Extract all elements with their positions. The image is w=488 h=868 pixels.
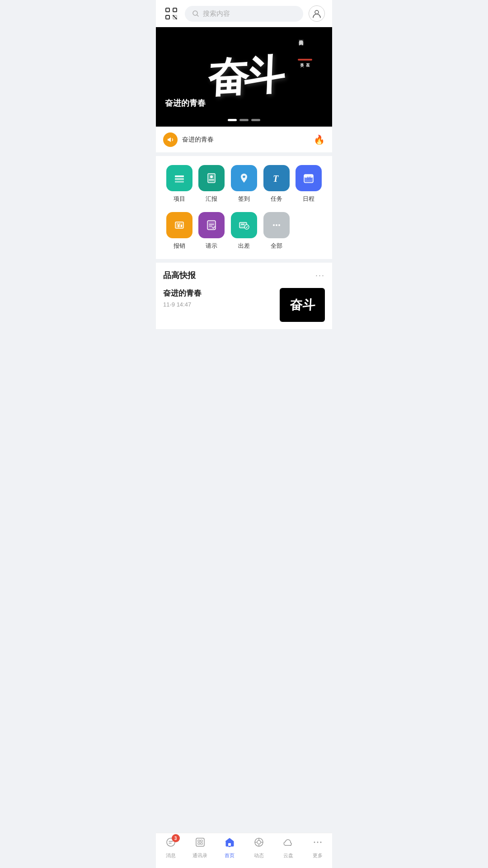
app-label-baoxiao: 报销 (174, 242, 185, 250)
nav-label-cloud: 云盘 (283, 852, 293, 859)
svg-rect-36 (228, 843, 231, 846)
svg-point-39 (257, 840, 261, 844)
announcement-bar[interactable]: 奋进的青春 🔥 (156, 127, 332, 152)
app-label-richeng: 日程 (303, 195, 314, 203)
news-thumbnail: 奋斗 (280, 288, 325, 322)
app-item-xiangmu[interactable]: 项目 (163, 165, 196, 203)
dynamic-icon (253, 837, 264, 850)
bottom-nav: 3 消息 通讯录 首页 (156, 833, 332, 868)
dot-1 (228, 119, 237, 121)
news-item-content: 奋进的青春 11-9 14:47 (163, 288, 274, 308)
app-icon-richeng: 15 (296, 165, 322, 191)
dot-2 (239, 119, 249, 121)
svg-line-3 (173, 15, 177, 19)
svg-point-44 (314, 842, 315, 843)
app-icon-huibao (198, 165, 225, 191)
header: 搜索内容 (156, 0, 332, 27)
svg-text:T: T (273, 174, 279, 184)
news-item[interactable]: 奋进的青春 11-9 14:47 奋斗 (163, 288, 325, 322)
search-bar[interactable]: 搜索内容 (185, 6, 303, 22)
app-icon-xiangmu (166, 165, 192, 191)
home-icon (224, 837, 235, 850)
svg-rect-23 (207, 221, 216, 230)
announcement-text: 奋进的青春 (182, 136, 309, 144)
svg-rect-2 (166, 15, 169, 19)
app-icon-qingshi (198, 212, 225, 238)
app-item-baoxiao[interactable]: ¥ 报销 (163, 212, 196, 250)
svg-point-29 (278, 224, 280, 226)
message-badge: 3 (172, 834, 180, 842)
news-header: 品高快报 ··· (163, 270, 325, 281)
svg-text:¥: ¥ (177, 222, 180, 229)
news-section: 品高快报 ··· 奋进的青春 11-9 14:47 奋斗 (156, 263, 332, 329)
news-item-title: 奋进的青春 (163, 288, 274, 298)
cloud-icon (283, 837, 294, 850)
app-label-xiangmu: 项目 (174, 195, 185, 203)
svg-rect-32 (198, 840, 200, 842)
app-item-richeng[interactable]: 15 日程 (292, 165, 325, 203)
banner-caption: 奋进的青春 (165, 98, 206, 108)
contacts-icon (195, 837, 206, 850)
app-item-quanbu[interactable]: 全部 (260, 212, 293, 250)
nav-item-dynamic[interactable]: 动态 (244, 837, 273, 859)
svg-point-45 (317, 842, 318, 843)
app-item-chuchai[interactable]: 出差 (228, 212, 260, 250)
svg-rect-35 (201, 843, 202, 844)
app-icon-baoxiao: ¥ (166, 212, 192, 238)
nav-label-dynamic: 动态 (254, 852, 264, 859)
app-icon-qiandao (231, 165, 257, 191)
svg-rect-1 (173, 8, 177, 12)
nav-item-contacts[interactable]: 通讯录 (185, 837, 215, 859)
nav-label-more: 更多 (313, 852, 323, 859)
svg-rect-34 (198, 843, 200, 844)
svg-point-46 (320, 842, 321, 843)
search-icon (192, 10, 199, 17)
svg-point-13 (210, 175, 213, 178)
news-more-button[interactable]: ··· (315, 271, 325, 280)
app-label-renwu: 任务 (271, 195, 282, 203)
svg-text:15: 15 (307, 176, 311, 180)
app-label-qingshi: 请示 (206, 242, 217, 250)
app-label-qiandao: 签到 (238, 195, 250, 203)
banner-dots (228, 119, 260, 121)
svg-point-25 (244, 225, 249, 229)
app-item-renwu[interactable]: T 任务 (260, 165, 293, 203)
nav-item-cloud[interactable]: 云盘 (273, 837, 303, 859)
nav-label-contacts: 通讯录 (192, 852, 207, 859)
svg-point-8 (315, 10, 319, 14)
nav-label-home: 首页 (225, 852, 235, 859)
app-grid-section: 项目 汇报 (156, 156, 332, 259)
svg-rect-14 (209, 179, 214, 180)
svg-point-28 (276, 224, 277, 226)
svg-rect-10 (175, 178, 184, 180)
announcement-icon (163, 132, 178, 147)
scan-icon[interactable] (163, 5, 179, 22)
app-icon-renwu: T (263, 165, 290, 191)
nav-item-home[interactable]: 首页 (215, 837, 244, 859)
dot-3 (251, 119, 260, 121)
nav-item-more[interactable]: 更多 (303, 837, 332, 859)
fire-icon: 🔥 (314, 134, 325, 145)
svg-rect-9 (175, 175, 184, 177)
app-item-huibao[interactable]: 汇报 (196, 165, 228, 203)
svg-rect-37 (229, 846, 230, 847)
app-grid: 项目 汇报 (163, 165, 325, 250)
app-item-qingshi[interactable]: 请示 (196, 212, 228, 250)
banner-carousel[interactable]: 奋斗 美丽人的青春 基友事关 奋进的青春 (156, 27, 332, 127)
app-label-quanbu: 全部 (271, 242, 282, 250)
more-icon (312, 837, 323, 850)
app-icon-chuchai (231, 212, 257, 238)
news-section-title: 品高快报 (163, 270, 196, 281)
app-label-huibao: 汇报 (206, 195, 217, 203)
nav-label-messages: 消息 (166, 852, 176, 859)
nav-item-messages[interactable]: 3 消息 (156, 837, 185, 859)
user-avatar[interactable] (309, 5, 325, 22)
svg-rect-22 (181, 225, 182, 227)
svg-line-7 (197, 15, 198, 16)
app-item-qiandao[interactable]: 签到 (228, 165, 260, 203)
news-item-time: 11-9 14:47 (163, 301, 274, 308)
svg-rect-11 (175, 181, 184, 183)
app-label-chuchai: 出差 (238, 242, 250, 250)
search-placeholder: 搜索内容 (203, 9, 230, 18)
svg-rect-0 (166, 8, 169, 12)
